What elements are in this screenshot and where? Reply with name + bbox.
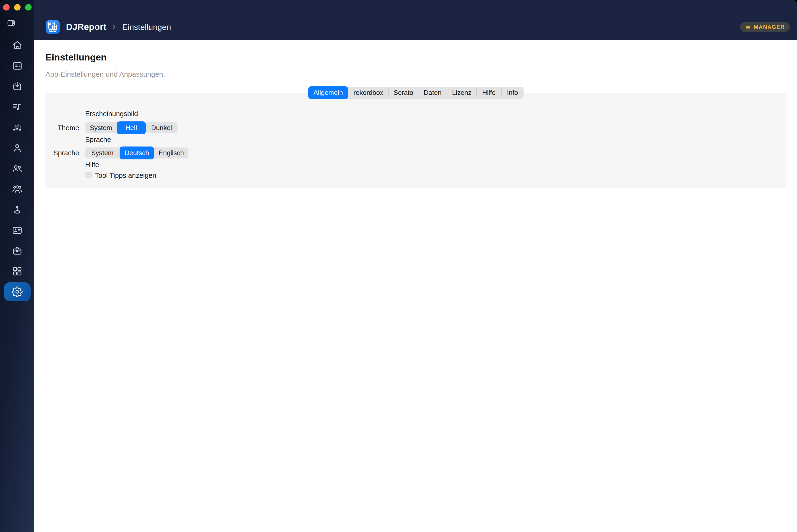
person-icon: [12, 142, 23, 153]
theme-option-system[interactable]: System: [85, 122, 117, 133]
close-window-button[interactable]: [3, 4, 10, 11]
theme-row-label: Theme: [45, 122, 79, 133]
window-controls: [3, 4, 32, 11]
sidebar-item-id-card[interactable]: [0, 220, 34, 241]
tab-daten[interactable]: Daten: [418, 87, 447, 99]
sidebar-active-indicator: [4, 282, 31, 301]
calendar-icon: [12, 60, 23, 71]
playlist-icon: [12, 101, 23, 112]
apps-grid-icon: [12, 266, 23, 277]
import-tray-icon: [12, 81, 23, 92]
sidebar-toggle-button[interactable]: [7, 19, 16, 26]
location-pin-icon: [12, 204, 23, 215]
sidebar-item-home[interactable]: [0, 35, 34, 55]
role-badge[interactable]: MANAGER: [740, 22, 790, 32]
sidebar-item-apps[interactable]: [0, 261, 34, 282]
tooltips-checkbox[interactable]: [85, 172, 92, 178]
settings-card: Erscheinungsbild Theme System Hell Dunke…: [45, 93, 786, 188]
sidebar-item-people-two[interactable]: [0, 158, 34, 179]
language-option-system[interactable]: System: [85, 148, 120, 158]
breadcrumb-current-page: Einstellungen: [122, 22, 171, 32]
briefcase-icon: [12, 245, 23, 256]
crown-icon: [745, 24, 751, 30]
minimize-window-button[interactable]: [14, 4, 21, 11]
sidebar-item-settings[interactable]: [0, 282, 34, 302]
language-row-label: Sprache: [45, 148, 79, 158]
breadcrumb-chevron-icon: ›: [113, 22, 116, 31]
sidebar-nav: [0, 35, 34, 302]
tooltips-checkbox-label: Tool Tipps anzeigen: [95, 172, 156, 179]
section-heading-language: Sprache: [85, 136, 111, 144]
home-icon: [12, 40, 23, 51]
sidebar-toggle-icon: [7, 19, 16, 27]
sidebar: [0, 0, 34, 532]
sidebar-item-briefcase[interactable]: [0, 241, 34, 261]
sidebar-item-calendar[interactable]: [0, 55, 34, 76]
tab-hilfe[interactable]: Hilfe: [476, 87, 501, 99]
sidebar-item-tracks[interactable]: [0, 117, 34, 138]
settings-gear-icon: [12, 286, 23, 297]
settings-tabbar: Allgemein rekordbox Serato Daten Lizenz …: [308, 87, 524, 99]
tab-allgemein[interactable]: Allgemein: [308, 86, 348, 99]
tab-info[interactable]: Info: [501, 87, 524, 99]
page-title: Einstellungen: [46, 52, 107, 63]
page-subtitle: App-Einstellungen und Anpassungen.: [46, 70, 165, 78]
sidebar-item-playlist[interactable]: [0, 97, 34, 117]
app-logo: DJReport: [46, 20, 60, 34]
language-segmented-control: System Deutsch Englisch: [85, 148, 188, 158]
section-heading-appearance: Erscheinungsbild: [85, 110, 138, 118]
main-content: Einstellungen App-Einstellungen und Anpa…: [34, 40, 797, 532]
people-two-icon: [12, 163, 23, 174]
breadcrumb-app-name[interactable]: DJReport: [66, 22, 106, 32]
section-heading-help: Hilfe: [85, 161, 99, 169]
djreport-logo-icon: DJReport: [46, 20, 60, 34]
role-badge-label: MANAGER: [754, 24, 785, 30]
tab-lizenz[interactable]: Lizenz: [447, 87, 476, 99]
theme-segmented-control: System Hell Dunkel: [85, 122, 178, 133]
id-card-icon: [12, 225, 23, 236]
language-option-deutsch[interactable]: Deutsch: [120, 147, 154, 159]
svg-text:DJReport: DJReport: [48, 29, 57, 32]
fullscreen-window-button[interactable]: [25, 4, 32, 11]
theme-option-hell[interactable]: Hell: [117, 121, 146, 134]
header: DJReport DJReport › Einstellungen MANAGE…: [34, 0, 797, 40]
sidebar-item-people-three[interactable]: [0, 179, 34, 199]
tab-rekordbox[interactable]: rekordbox: [348, 87, 389, 99]
sidebar-item-person[interactable]: [0, 138, 34, 158]
app-window: DJReport DJReport › Einstellungen MANAGE…: [0, 0, 797, 532]
sidebar-item-location[interactable]: [0, 199, 34, 220]
music-notes-icon: [12, 122, 23, 133]
sidebar-item-import[interactable]: [0, 76, 34, 97]
theme-option-dunkel[interactable]: Dunkel: [146, 122, 178, 133]
language-option-englisch[interactable]: Englisch: [154, 148, 188, 158]
people-three-icon: [12, 184, 23, 194]
tab-serato[interactable]: Serato: [389, 87, 418, 99]
